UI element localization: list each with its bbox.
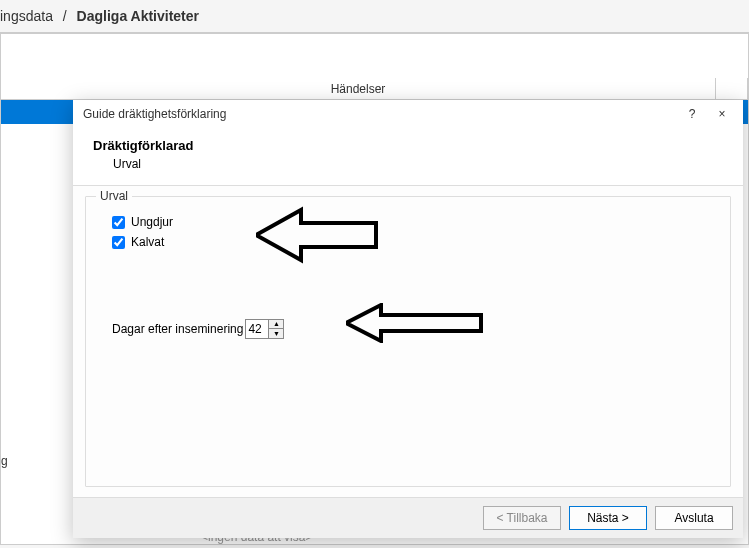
checkbox-ungdjur[interactable] xyxy=(112,216,125,229)
days-spinner: ▲ ▼ xyxy=(245,319,284,339)
checkbox-row-kalvat: Kalvat xyxy=(112,235,710,249)
column-header-empty[interactable] xyxy=(716,78,748,99)
dialog-header: Dräktigförklarad Urval xyxy=(73,128,743,186)
breadcrumb-prev[interactable]: ingsdata xyxy=(0,8,53,24)
days-input[interactable] xyxy=(246,320,268,338)
close-button[interactable]: × xyxy=(707,103,737,125)
days-row: Dagar efter inseminering ▲ ▼ xyxy=(112,319,710,339)
days-label: Dagar efter inseminering xyxy=(112,322,243,336)
checkbox-row-ungdjur: Ungdjur xyxy=(112,215,710,229)
wizard-dialog: Guide dräktighetsförklaring ? × Dräktigf… xyxy=(73,100,743,538)
dialog-titlebar[interactable]: Guide dräktighetsförklaring ? × xyxy=(73,100,743,128)
dialog-title: Guide dräktighetsförklaring xyxy=(83,107,677,121)
dialog-header-title: Dräktigförklarad xyxy=(93,138,723,153)
groupbox-title: Urval xyxy=(96,189,132,203)
breadcrumb-current: Dagliga Aktiviteter xyxy=(77,8,199,24)
breadcrumb-separator: / xyxy=(63,8,67,24)
checkbox-ungdjur-label: Ungdjur xyxy=(131,215,173,229)
groupbox-urval: Urval Ungdjur Kalvat Dagar efter insemin… xyxy=(85,196,731,487)
help-button[interactable]: ? xyxy=(677,103,707,125)
finish-button[interactable]: Avsluta xyxy=(655,506,733,530)
dialog-body: Urval Ungdjur Kalvat Dagar efter insemin… xyxy=(73,186,743,497)
checkbox-kalvat-label: Kalvat xyxy=(131,235,164,249)
table-header: Händelser xyxy=(1,78,748,100)
column-header-handelser[interactable]: Händelser xyxy=(1,78,716,99)
next-button[interactable]: Nästa > xyxy=(569,506,647,530)
days-spinner-up[interactable]: ▲ xyxy=(269,320,283,329)
breadcrumb: ingsdata / Dagliga Aktiviteter xyxy=(0,0,749,33)
dialog-footer: < Tillbaka Nästa > Avsluta xyxy=(73,497,743,538)
back-button: < Tillbaka xyxy=(483,506,561,530)
days-spinner-down[interactable]: ▼ xyxy=(269,329,283,338)
checkbox-kalvat[interactable] xyxy=(112,236,125,249)
dialog-header-subtitle: Urval xyxy=(113,157,723,171)
side-label: g xyxy=(1,454,8,468)
